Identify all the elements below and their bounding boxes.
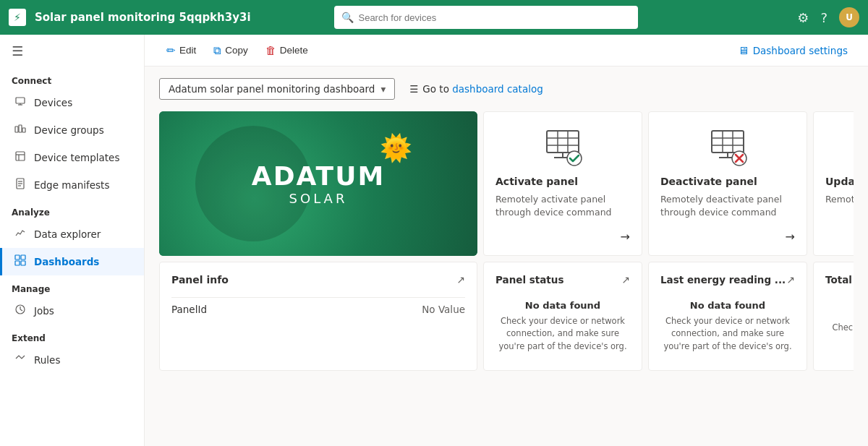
- delete-button[interactable]: 🗑 Delete: [258, 40, 315, 60]
- deactivate-panel-title: Deactivate panel: [660, 176, 795, 187]
- total-energy-title: Total ener...: [825, 274, 854, 286]
- update-firmware-desc: Remotely up... through dev...: [825, 193, 854, 244]
- sidebar-label-rules: Rules: [34, 354, 60, 366]
- section-manage: Manage: [0, 275, 144, 297]
- panel-row-panelid: PanelId No Value: [171, 297, 465, 321]
- panel-status-no-data: No data found Check your device or netwo…: [495, 294, 630, 359]
- panel-status-no-data-desc: Check your device or network connection,…: [495, 315, 630, 353]
- panel-status-no-data-title: No data found: [525, 300, 600, 311]
- top-navigation: ⚡ Solar panel monitoring 5qqpkh3y3i 🔍 ⚙ …: [0, 0, 868, 35]
- svg-rect-20: [547, 131, 579, 153]
- activate-panel-card[interactable]: Activate panel Remotely activate panel t…: [483, 111, 642, 256]
- jobs-icon: [14, 304, 27, 318]
- last-energy-expand-icon[interactable]: ↗: [786, 274, 795, 286]
- activate-panel-title: Activate panel: [495, 176, 630, 187]
- sidebar-label-dashboards: Dashboards: [34, 256, 99, 267]
- svg-rect-16: [21, 261, 25, 265]
- delete-label: Delete: [280, 45, 308, 56]
- catalog-link[interactable]: ☰ Go to dashboard catalog: [409, 83, 543, 95]
- total-energy-no-data-desc: Check your... connection, a... part of t…: [825, 322, 854, 347]
- copy-button[interactable]: ⧉ Copy: [206, 40, 255, 61]
- panel-status-header: Panel status ↗: [495, 274, 630, 286]
- expand-icon[interactable]: ↗: [456, 274, 465, 286]
- data-explorer-icon: [14, 227, 27, 241]
- panel-info-card: Panel info ↗ PanelId No Value: [159, 262, 477, 371]
- last-energy-header: Last energy reading ... ↗: [660, 274, 795, 286]
- update-firmware-card[interactable]: Update fir... Remotely up... through dev…: [813, 111, 854, 256]
- sidebar-label-device-groups: Device groups: [34, 124, 104, 136]
- sidebar-item-data-explorer[interactable]: Data explorer: [0, 220, 144, 248]
- monitor-icon: 🖥: [738, 44, 749, 57]
- svg-rect-15: [15, 261, 20, 265]
- panel-status-card: Panel status ↗ No data found Check your …: [483, 262, 642, 371]
- app-logo-icon: ⚡: [9, 9, 26, 26]
- hero-adatum-text: ADATUM: [252, 161, 385, 191]
- sidebar-item-device-groups[interactable]: Device groups: [0, 116, 144, 144]
- copy-icon: ⧉: [213, 44, 221, 57]
- last-energy-no-data-desc: Check your device or network connection,…: [660, 315, 795, 353]
- panelid-value: No Value: [422, 304, 465, 315]
- search-input[interactable]: [358, 12, 631, 23]
- app-title: Solar panel monitoring 5qqpkh3y3i: [35, 11, 251, 24]
- sun-icon: 🌞: [380, 133, 412, 163]
- edit-button[interactable]: ✏ Edit: [159, 40, 203, 61]
- chevron-down-icon: ▾: [380, 83, 386, 95]
- activate-arrow-icon: →: [621, 230, 630, 244]
- total-energy-header: Total ener...: [825, 274, 854, 286]
- update-firmware-icon: [825, 124, 854, 170]
- hero-text: ADATUM SOLAR: [252, 161, 385, 206]
- panel-info-header: Panel info ↗: [171, 274, 465, 286]
- rules-icon: [14, 353, 27, 367]
- settings-icon[interactable]: ⚙: [797, 10, 809, 25]
- sidebar-item-edge-manifests[interactable]: Edge manifests: [0, 171, 144, 199]
- help-icon[interactable]: ?: [820, 10, 827, 25]
- delete-icon: 🗑: [265, 44, 276, 56]
- sidebar-item-rules[interactable]: Rules: [0, 346, 144, 374]
- edge-manifests-icon: [14, 178, 27, 192]
- dashboard-selector-row: Adatum solar panel monitoring dashboard …: [159, 78, 854, 100]
- sidebar-item-device-templates[interactable]: Device templates: [0, 144, 144, 171]
- dashboard-select-label: Adatum solar panel monitoring dashboard: [169, 83, 375, 95]
- dashboard-content: Adatum solar panel monitoring dashboard …: [145, 67, 868, 446]
- svg-rect-3: [15, 126, 18, 132]
- activate-panel-desc: Remotely activate panel through device c…: [495, 193, 630, 224]
- dashboard-settings-label: Dashboard settings: [753, 45, 848, 56]
- total-energy-no-data: No c... Check your... connection, a... p…: [825, 294, 854, 359]
- top-nav-right: ⚙ ? U: [797, 7, 859, 27]
- last-energy-no-data-title: No data found: [690, 300, 765, 311]
- catalog-link-anchor[interactable]: dashboard catalog: [452, 83, 543, 95]
- app-body: ☰ Connect Devices Device groups Device t…: [0, 35, 868, 446]
- dashboard-grid: 🌞 ADATUM SOLAR: [159, 111, 854, 371]
- device-groups-icon: [14, 123, 27, 137]
- total-energy-card: Total ener... No c... Check your... conn…: [813, 262, 854, 371]
- copy-label: Copy: [225, 45, 248, 56]
- panelid-label: PanelId: [171, 304, 422, 315]
- last-energy-card: Last energy reading ... ↗ No data found …: [648, 262, 807, 371]
- search-bar[interactable]: 🔍: [334, 6, 638, 29]
- section-connect: Connect: [0, 67, 144, 89]
- hamburger-icon: ☰: [409, 83, 418, 95]
- activate-panel-icon: [495, 124, 630, 170]
- sidebar-item-dashboards[interactable]: Dashboards: [0, 248, 144, 275]
- panel-status-title: Panel status: [495, 274, 563, 286]
- section-extend: Extend: [0, 325, 144, 346]
- svg-rect-5: [22, 128, 25, 132]
- sidebar-label-edge-manifests: Edge manifests: [34, 179, 109, 191]
- hero-banner-card: 🌞 ADATUM SOLAR: [159, 111, 477, 256]
- sidebar-item-jobs[interactable]: Jobs: [0, 297, 144, 325]
- toolbar: ✏ Edit ⧉ Copy 🗑 Delete 🖥 Dashboard setti…: [145, 35, 868, 67]
- svg-rect-14: [21, 255, 25, 260]
- update-firmware-title: Update fir...: [825, 176, 854, 187]
- deactivate-panel-card[interactable]: Deactivate panel Remotely deactivate pan…: [648, 111, 807, 256]
- dashboard-settings-button[interactable]: 🖥 Dashboard settings: [732, 40, 854, 61]
- dashboard-dropdown[interactable]: Adatum solar panel monitoring dashboard …: [159, 78, 395, 100]
- avatar[interactable]: U: [839, 7, 859, 27]
- edit-label: Edit: [179, 45, 196, 56]
- deactivate-arrow-icon: →: [786, 230, 795, 244]
- device-templates-icon: [14, 150, 27, 165]
- sidebar-toggle[interactable]: ☰: [0, 35, 144, 67]
- svg-rect-4: [19, 125, 22, 132]
- sidebar-item-devices[interactable]: Devices: [0, 89, 144, 116]
- panel-status-expand-icon[interactable]: ↗: [621, 274, 630, 286]
- dashboards-icon: [14, 254, 27, 269]
